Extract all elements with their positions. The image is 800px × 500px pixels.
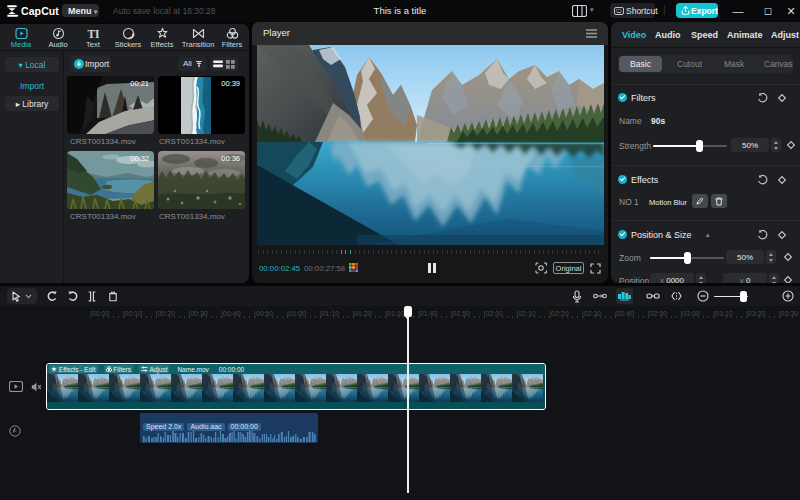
svg-text:TI: TI [87, 28, 100, 40]
